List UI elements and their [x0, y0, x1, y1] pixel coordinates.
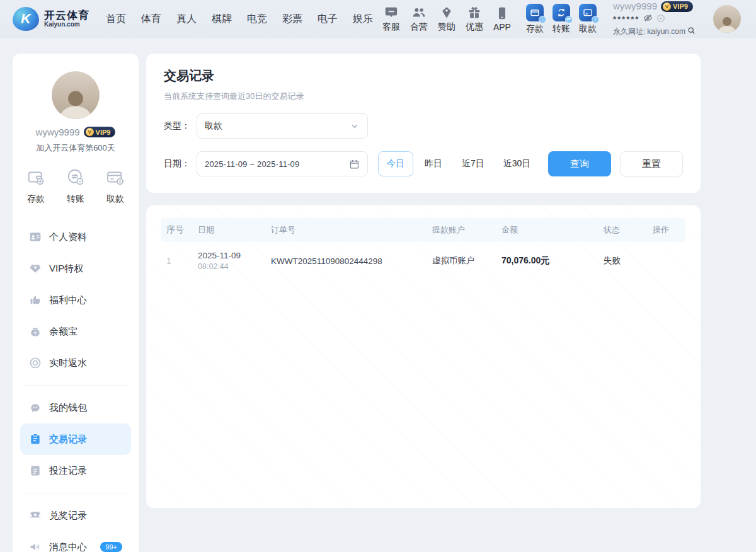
message-count-badge: 99+ — [100, 542, 122, 552]
brand-logo[interactable]: K 开云体育 Kaiyun.com — [13, 7, 89, 31]
withdraw-button[interactable]: ↑ 取款 — [579, 4, 597, 35]
target-circle-icon — [29, 357, 42, 369]
deposit-card-icon: ↓ — [526, 4, 544, 21]
user-info: wywy9999 V VIP9 ****** 永久网址: kaiyun.com — [613, 1, 696, 37]
quick-withdraw-button[interactable]: 取款 — [106, 168, 125, 205]
cell-status: 失败 — [601, 255, 650, 267]
page-title: 交易记录 — [164, 67, 683, 84]
range-yesterday-button[interactable]: 昨日 — [416, 151, 451, 176]
eye-slash-icon[interactable] — [643, 13, 653, 26]
type-select-value: 取款 — [205, 120, 222, 132]
brand-domain: Kaiyun.com — [44, 21, 89, 28]
chevron-down-icon — [350, 121, 360, 131]
sponsor-button[interactable]: 赞助 — [438, 6, 455, 33]
id-card-icon — [29, 231, 42, 243]
piggy-bank-icon — [29, 401, 42, 414]
quick-deposit-button[interactable]: 存款 — [26, 168, 45, 205]
nav-home[interactable]: 首页 — [106, 13, 126, 26]
bank-card-icon — [106, 168, 125, 189]
nav-chess[interactable]: 棋牌 — [212, 13, 232, 26]
calendar-icon — [349, 159, 360, 170]
table-row: 1 2025-11-09 08:02:44 KWWT20251109080244… — [161, 242, 685, 279]
col-date: 日期 — [195, 224, 268, 236]
nav-sports[interactable]: 体育 — [141, 13, 161, 26]
records-table-card: 序号 日期 订单号 提款账户 金额 状态 操作 1 2025-11-09 08:… — [146, 205, 701, 508]
type-select[interactable]: 取款 — [197, 113, 368, 139]
people-icon — [412, 6, 426, 20]
thumb-up-icon — [29, 294, 42, 306]
vip-gem-icon: V — [663, 3, 671, 11]
col-seq: 序号 — [161, 224, 195, 236]
wallet-icon — [26, 168, 45, 189]
coin-badge-icon: ⇄ — [565, 16, 573, 23]
sidebar-item-rebate[interactable]: 实时返水 — [20, 347, 131, 379]
range-30days-button[interactable]: 近30日 — [495, 151, 539, 176]
profile-username: wywy9999 — [36, 127, 80, 137]
filter-card: 交易记录 当前系统支持查询最近30日的交易记录 类型： 取款 日期： 2025-… — [146, 54, 701, 193]
date-range-value: 2025-11-09 ~ 2025-11-09 — [205, 159, 299, 169]
service-button[interactable]: 客服 — [382, 6, 400, 33]
user-avatar[interactable] — [713, 5, 741, 33]
sidebar-item-wallet[interactable]: 我的钱包 — [20, 392, 131, 423]
profile-avatar[interactable] — [52, 71, 100, 119]
permanent-url[interactable]: kaiyun.com — [647, 27, 685, 37]
quick-transfer-button[interactable]: 转账 — [66, 168, 85, 205]
vip-badge: V VIP9 — [661, 1, 693, 12]
type-label: 类型： — [164, 120, 197, 132]
promo-button[interactable]: 优惠 — [466, 6, 483, 33]
document-icon — [29, 464, 42, 477]
transfer-button[interactable]: ⇄ 转账 — [553, 4, 570, 35]
sidebar-item-messages[interactable]: 消息中心 99+ — [20, 531, 131, 552]
masked-balance: ****** — [613, 14, 639, 25]
sidebar-item-bets[interactable]: 投注记录 — [20, 455, 131, 486]
diamond-badge-icon — [440, 6, 454, 20]
records-table: 序号 日期 订单号 提款账户 金额 状态 操作 1 2025-11-09 08:… — [161, 218, 685, 279]
deposit-button[interactable]: ↓ 存款 — [526, 4, 544, 35]
col-amount: 金额 — [499, 224, 601, 236]
coin-badge-icon: ↑ — [592, 16, 599, 23]
coin-badge-icon: ↓ — [539, 16, 546, 23]
cell-order-number: KWWT202511090802444298 — [268, 256, 430, 266]
gift-icon — [467, 6, 481, 20]
nav-slots[interactable]: 电子 — [318, 13, 338, 26]
date-range-input[interactable]: 2025-11-09 ~ 2025-11-09 — [197, 151, 368, 176]
col-status: 状态 — [601, 224, 650, 236]
ticket-icon — [29, 509, 42, 522]
date-label: 日期： — [164, 158, 197, 170]
sidebar-item-vip[interactable]: VIP特权 — [20, 253, 131, 284]
table-header-row: 序号 日期 订单号 提款账户 金额 状态 操作 — [161, 218, 685, 242]
nav-lottery[interactable]: 彩票 — [282, 13, 302, 26]
query-button[interactable]: 查询 — [548, 151, 611, 176]
magnifier-icon[interactable] — [687, 26, 696, 37]
nav-live[interactable]: 真人 — [176, 13, 197, 26]
permanent-url-label: 永久网址: — [613, 27, 645, 37]
app-button[interactable]: APP — [493, 6, 511, 32]
sidebar-item-transactions[interactable]: 交易记录 — [20, 423, 131, 455]
range-7days-button[interactable]: 近7日 — [454, 151, 493, 176]
brand-logo-icon: K — [13, 7, 39, 31]
chevron-circle-icon[interactable] — [656, 13, 665, 26]
cell-amount: 70,076.00元 — [499, 255, 601, 267]
sidebar-item-prizes[interactable]: 兑奖记录 — [20, 500, 131, 531]
cell-date: 2025-11-09 08:02:44 — [195, 251, 268, 271]
main-nav: 首页 体育 真人 棋牌 电竞 彩票 电子 娱乐 — [106, 13, 373, 26]
vip-diamond-icon — [29, 262, 42, 275]
sidebar-divider — [23, 385, 129, 386]
nav-esports[interactable]: 电竞 — [247, 13, 267, 26]
page-subtitle: 当前系统支持查询最近30日的交易记录 — [164, 91, 683, 102]
reset-button[interactable]: 重置 — [620, 151, 683, 176]
nav-entertainment[interactable]: 娱乐 — [353, 13, 373, 26]
sidebar-item-yuebao[interactable]: 余额宝 — [20, 316, 131, 347]
range-today-button[interactable]: 今日 — [378, 151, 413, 176]
partner-button[interactable]: 合营 — [410, 6, 428, 33]
money-pot-icon — [29, 325, 42, 338]
brand-title: 开云体育 — [44, 10, 89, 21]
main-content: 交易记录 当前系统支持查询最近30日的交易记录 类型： 取款 日期： 2025-… — [146, 54, 701, 508]
col-account: 提款账户 — [430, 224, 499, 236]
chat-icon — [384, 6, 398, 20]
col-action: 操作 — [650, 224, 685, 236]
sidebar-item-profile[interactable]: 个人资料 — [20, 221, 131, 253]
vip-gem-icon: V — [86, 128, 94, 136]
top-bar: K 开云体育 Kaiyun.com 首页 体育 真人 棋牌 电竞 彩票 电子 娱… — [0, 0, 756, 38]
sidebar-item-welfare[interactable]: 福利中心 — [20, 284, 131, 316]
